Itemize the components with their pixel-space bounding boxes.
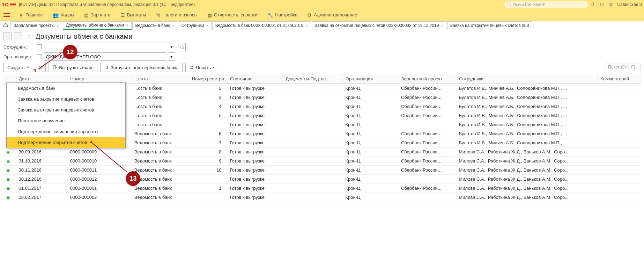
window-title: [КОПИЯ] Демо ЗУП / Зарплата и управление… — [19, 2, 504, 7]
tab[interactable]: Документы обмена с банками× — [63, 21, 132, 30]
tab[interactable]: Зарплатные проекты× — [10, 21, 62, 30]
logo-1c: 1C — [2, 2, 8, 7]
employee-label: Сотрудник: — [3, 44, 35, 50]
tab-close-icon[interactable]: × — [126, 23, 128, 27]
table-row[interactable]: ▣30.12.20160000-000012Ведомость в банкГо… — [3, 175, 641, 184]
print-icon — [189, 65, 194, 70]
create-menu-item[interactable]: Платежное поручение — [7, 115, 125, 126]
annotation-12: 12 — [63, 45, 77, 59]
burger-icon[interactable] — [10, 3, 16, 6]
column-header[interactable]: Документы-Подтве... — [283, 74, 343, 84]
tabs-bar: Зарплатные проекты×Документы обмена с ба… — [0, 21, 644, 30]
column-header[interactable]: Номер реестра — [184, 74, 227, 84]
create-menu-item[interactable]: Заявка на открытие лицевых счетов — [7, 104, 125, 115]
org-filter-input[interactable] — [44, 52, 166, 61]
menu-icon: 🔧 — [267, 12, 273, 18]
org-dropdown-button[interactable]: ▾ — [168, 52, 175, 61]
create-menu-item[interactable]: Подтверждение зачисления зарплаты — [7, 126, 125, 137]
column-header[interactable]: Состояние — [227, 74, 282, 84]
mainmenu-главное[interactable]: ★Главное — [19, 12, 43, 18]
menu-icon: ★ — [19, 12, 23, 18]
bell-icon[interactable] — [590, 1, 596, 8]
sections-burger-icon[interactable] — [3, 13, 10, 17]
tab[interactable]: Сотрудники× — [178, 21, 211, 30]
menu-icon: ▤ — [84, 12, 89, 18]
favorite-star-icon[interactable]: ☆ — [26, 32, 32, 41]
page-title: Документы обмена с банками — [36, 32, 132, 41]
svg-rect-7 — [105, 66, 108, 69]
menu-icon: ▦ — [207, 12, 212, 18]
titlebar: 1C [КОПИЯ] Демо ЗУП / Зарплата и управле… — [0, 0, 644, 9]
export-file-button[interactable]: Выгрузить файл — [49, 63, 97, 72]
nav-forward-button[interactable]: → — [14, 32, 22, 40]
tab-close-icon[interactable]: × — [305, 23, 308, 28]
annotation-13: 13 — [126, 171, 140, 186]
document-icon: ▣ — [6, 150, 10, 154]
tab[interactable]: Ведомость в банк 00ЗК-000001 от 31.08.20… — [212, 21, 311, 30]
tab[interactable]: Заявка на открытие лицевых счетов 00ЗК-0… — [312, 21, 446, 30]
search-icon — [507, 2, 512, 7]
create-menu-item[interactable]: Заявка на закрытие лицевых счетов — [7, 94, 125, 104]
svg-point-2 — [592, 6, 593, 6]
mainmenu-налоги-и-взносы[interactable]: %Налоги и взносы — [156, 12, 198, 18]
employee-filter-checkbox[interactable] — [37, 44, 42, 49]
menu-icon: ☰ — [120, 12, 125, 18]
tab-close-icon[interactable]: × — [57, 23, 59, 28]
table-row[interactable]: ▣31.01.20170000-000001Ведомость в банк1Г… — [3, 184, 641, 193]
import-icon — [104, 65, 109, 70]
menu-icon: % — [156, 12, 160, 18]
svg-line-1 — [510, 5, 511, 6]
star-icon[interactable] — [608, 1, 614, 8]
column-header[interactable]: Организация — [343, 74, 398, 84]
tab[interactable]: Ведомости в банк× — [132, 21, 178, 30]
mainmenu: ★Главное👥Кадры▤Зарплата☰Выплаты%Налоги и… — [0, 9, 644, 21]
employee-open-button[interactable] — [178, 43, 186, 51]
table-row[interactable]: ▣28.02.20170000-000002Ведомость в банкГо… — [3, 193, 641, 202]
mainmenu-зарплата[interactable]: ▤Зарплата — [84, 12, 111, 18]
export-icon — [52, 65, 57, 70]
print-button[interactable]: Печать▾ — [185, 63, 218, 72]
tab[interactable]: Заявка на открытие лицевых счетов 00З — [447, 21, 532, 30]
table-row[interactable]: ▣30.11.20160000-000011Ведомость в банк10… — [3, 166, 641, 175]
column-header[interactable]: Комментарий — [598, 74, 641, 84]
employee-filter-input[interactable] — [44, 43, 166, 51]
grid-search-input[interactable]: Поиск (Ctrl+F) — [606, 64, 641, 71]
mainmenu-настройка[interactable]: 🔧Настройка — [267, 12, 297, 18]
org-label: Организация: — [3, 54, 35, 59]
tab-close-icon[interactable]: × — [206, 23, 208, 28]
home-icon[interactable] — [2, 22, 9, 28]
employee-dropdown-button[interactable]: ▾ — [168, 43, 175, 51]
create-menu-item[interactable]: Подтверждение открытия счетов — [7, 137, 125, 148]
tab-close-icon[interactable]: × — [172, 23, 174, 28]
history-icon[interactable] — [599, 1, 605, 8]
document-icon: ▣ — [6, 177, 10, 181]
svg-rect-9 — [191, 66, 192, 67]
svg-point-0 — [508, 2, 510, 5]
document-icon: ▣ — [6, 186, 10, 190]
org-filter-checkbox[interactable] — [37, 54, 42, 59]
nav-back-button[interactable]: ← — [3, 32, 12, 40]
mainmenu-администрирование[interactable]: ⚙Администрирование — [307, 12, 357, 18]
mainmenu-отчетность-справки[interactable]: ▦Отчетность, справки — [207, 12, 257, 18]
document-icon: ▣ — [6, 195, 10, 200]
column-header[interactable]: ...ента — [132, 74, 184, 84]
create-button[interactable]: Создать▼ — [3, 63, 33, 72]
menu-icon: ⚙ — [307, 12, 312, 18]
mainmenu-выплаты[interactable]: ☰Выплаты — [120, 12, 146, 18]
user-name[interactable]: Савинская З — [617, 2, 642, 7]
create-dropdown-menu: Ведомость в банкЗаявка на закрытие лицев… — [6, 82, 126, 148]
document-icon: ▣ — [6, 159, 10, 163]
svg-rect-5 — [181, 46, 184, 49]
create-menu-item[interactable]: Ведомость в банк — [7, 83, 125, 94]
menu-icon: 👥 — [53, 12, 59, 18]
table-row[interactable]: ▣31.10.20160000-000010Ведомость в банк9Г… — [3, 157, 641, 166]
tab-close-icon[interactable]: × — [441, 23, 443, 28]
mainmenu-кадры[interactable]: 👥Кадры — [53, 12, 74, 18]
column-header[interactable]: Зарплатный проект — [398, 74, 456, 84]
column-header[interactable]: Сотрудники — [456, 74, 597, 84]
document-icon: ▣ — [6, 168, 10, 172]
import-confirmations-button[interactable]: Загрузить подтверждения банка — [100, 63, 183, 72]
global-search-input[interactable]: Поиск Ctrl+Shift+F — [504, 1, 588, 8]
